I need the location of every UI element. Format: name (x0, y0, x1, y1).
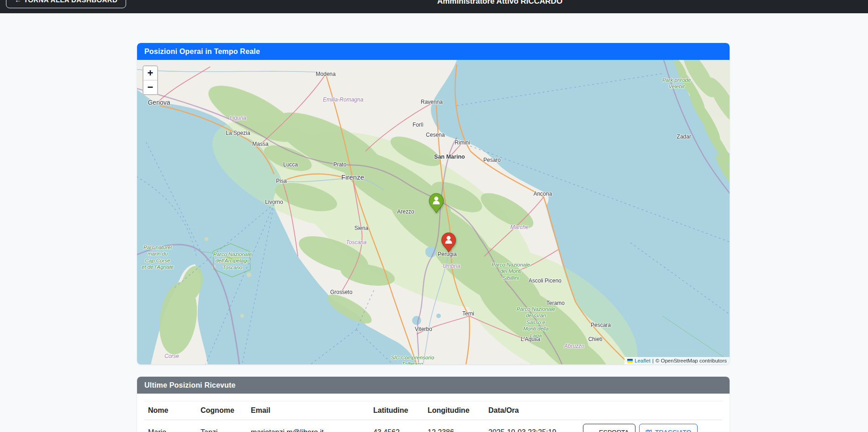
position-row: MarioTanzimariotanzi.m@libero.it43.45621… (144, 420, 722, 432)
column-header: Cognome (197, 401, 247, 420)
map-card: Posizioni Operai in Tempo Reale (137, 43, 730, 364)
map-card-header: Posizioni Operai in Tempo Reale (137, 43, 730, 60)
column-header: Longitudine (424, 401, 485, 420)
column-header: Nome (144, 401, 197, 420)
top-navbar: ← TORNA ALLA DASHBOARD Amministratore At… (0, 0, 868, 13)
column-header: Latitudine (370, 401, 424, 420)
positions-table-card: Ultime Posizioni Ricevute NomeCognomeEma… (137, 377, 730, 432)
positions-table-body: NomeCognomeEmailLatitudineLongitudineDat… (137, 394, 730, 432)
worker-marker-green[interactable] (429, 193, 444, 215)
cell-latitudine: 43.4562 (370, 420, 424, 432)
osm-attribution: © OpenStreetMap contributors (656, 358, 727, 363)
attribution-divider: | (652, 358, 654, 363)
route-button[interactable]: TRACCIATO (639, 424, 698, 432)
map-attribution: Leaflet | © OpenStreetMap contributors (625, 357, 730, 364)
map-icon (646, 429, 652, 432)
leaflet-link[interactable]: Leaflet (635, 358, 651, 363)
positions-table-header: Ultime Posizioni Ricevute (137, 377, 730, 394)
positions-table: NomeCognomeEmailLatitudineLongitudineDat… (144, 401, 722, 432)
table-header-row: NomeCognomeEmailLatitudineLongitudineDat… (144, 401, 722, 420)
column-header (579, 401, 722, 420)
worker-marker-red[interactable] (441, 232, 456, 255)
cell-longitudine: 12.2386 (424, 420, 485, 432)
cell-cognome: Tanzi (197, 420, 247, 432)
download-icon (589, 429, 596, 432)
leaflet-map[interactable]: GenovaModenaRavennaForlìCesenaRiminiSan … (137, 60, 730, 364)
zoom-in-button[interactable]: + (143, 66, 157, 80)
export-button[interactable]: ESPORTA (583, 424, 635, 432)
column-header: Email (247, 401, 370, 420)
cell-actions: ESPORTATRACCIATO (579, 420, 722, 432)
cell-email: mariotanzi.m@libero.it (247, 420, 370, 432)
back-to-dashboard-button[interactable]: ← TORNA ALLA DASHBOARD (6, 0, 126, 8)
cell-dataora: 2025-10-03 23:25:19 (485, 420, 579, 432)
map-zoom-control: + − (143, 65, 158, 95)
ukraine-flag-icon (627, 359, 633, 363)
navbar-title: Amministratore Attivo RICCARDO (137, 0, 863, 6)
cell-nome: Mario (144, 420, 197, 432)
zoom-out-button[interactable]: − (143, 80, 157, 94)
column-header: Data/Ora (485, 401, 579, 420)
